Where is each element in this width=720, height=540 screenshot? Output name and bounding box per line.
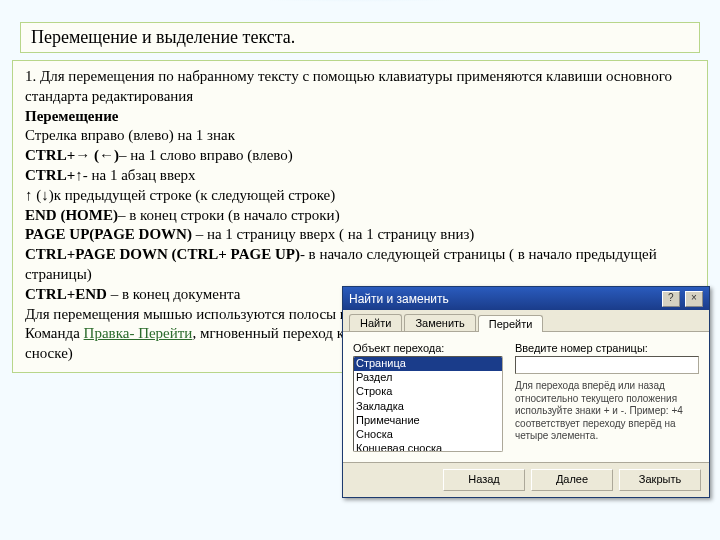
line-pageup: PAGE UP(PAGE DOWN) – на 1 страницу вверх… <box>25 225 695 245</box>
list-item: Сноска <box>354 428 502 442</box>
intro-line: 1. Для перемещения по набранному тексту … <box>25 67 695 107</box>
goto-hint: Для перехода вперёд или назад относитель… <box>515 380 699 443</box>
list-item: Примечание <box>354 414 502 428</box>
close-icon[interactable]: × <box>685 291 703 307</box>
heading-move: Перемещение <box>25 107 695 127</box>
dialog-titlebar[interactable]: Найти и заменить ? × <box>343 287 709 310</box>
line-ctrl-arrow: CTRL+→ (←)– на 1 слово вправо (влево) <box>25 146 695 166</box>
line-ctrl-pagedown: CTRL+PAGE DOWN (CTRL+ PAGE UP)- в начало… <box>25 245 695 285</box>
dialog-tabs: Найти Заменить Перейти <box>343 310 709 332</box>
dialog-body: Объект перехода: Страница Раздел Строка … <box>343 332 709 462</box>
page-number-label: Введите номер страницы: <box>515 342 699 354</box>
goto-object-label: Объект перехода: <box>353 342 503 354</box>
close-button[interactable]: Закрыть <box>619 469 701 491</box>
dialog-title-text: Найти и заменить <box>349 292 449 306</box>
tab-find[interactable]: Найти <box>349 314 402 331</box>
tab-goto[interactable]: Перейти <box>478 315 544 332</box>
back-button[interactable]: Назад <box>443 469 525 491</box>
find-replace-dialog: Найти и заменить ? × Найти Заменить Пере… <box>342 286 710 498</box>
command-name: Правка- Перейти <box>84 325 193 341</box>
slide-title: Перемещение и выделение текста. <box>20 22 700 53</box>
line-ctrl-up: CTRL+↑- на 1 абзац вверх <box>25 166 695 186</box>
list-item: Закладка <box>354 400 502 414</box>
line-updown: ↑ (↓)к предыдущей строке (к следующей ст… <box>25 186 695 206</box>
list-item: Строка <box>354 385 502 399</box>
help-icon[interactable]: ? <box>662 291 680 307</box>
line-arrow: Стрелка вправо (влево) на 1 знак <box>25 126 695 146</box>
title-text: Перемещение и выделение текста. <box>31 27 295 47</box>
next-button[interactable]: Далее <box>531 469 613 491</box>
goto-object-list[interactable]: Страница Раздел Строка Закладка Примечан… <box>353 356 503 452</box>
dialog-footer: Назад Далее Закрыть <box>343 462 709 497</box>
window-buttons: ? × <box>660 290 703 307</box>
line-end-home: END (HOME)– в конец строки (в начало стр… <box>25 206 695 226</box>
page-number-input[interactable] <box>515 356 699 374</box>
list-item: Концевая сноска <box>354 442 502 452</box>
tab-replace[interactable]: Заменить <box>404 314 475 331</box>
list-item: Раздел <box>354 371 502 385</box>
list-item: Страница <box>354 357 502 371</box>
